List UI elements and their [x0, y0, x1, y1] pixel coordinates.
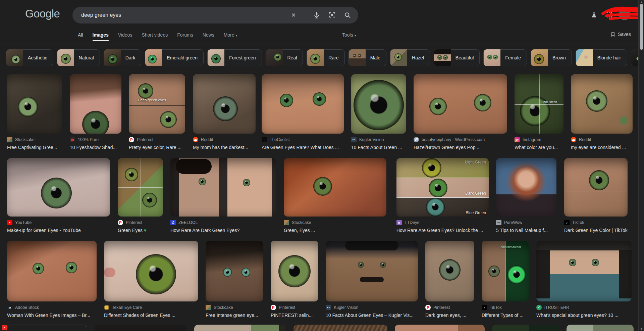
result-title[interactable]: Woman With Green Eyes Images – Br...: [7, 313, 97, 318]
result-title[interactable]: Free Captivating Gree...: [7, 145, 62, 150]
result-image[interactable]: [496, 158, 556, 217]
result-title[interactable]: PINTEREST: selin...: [271, 313, 318, 318]
result-source[interactable]: ◎Instagram: [515, 137, 564, 142]
result-source[interactable]: PPinterest: [129, 137, 185, 142]
result-source[interactable]: ♪TikTok: [564, 220, 628, 225]
result-image[interactable]: [571, 74, 633, 134]
result-title[interactable]: Dark Green Eye Color | TikTok: [564, 228, 628, 233]
result-image[interactable]: [118, 158, 163, 217]
result-source[interactable]: PPinterest: [118, 220, 163, 225]
result-title[interactable]: 10 Eyeshadow Shad...: [70, 145, 121, 150]
result-source[interactable]: ♪TikTok: [482, 305, 529, 310]
result-image[interactable]: [414, 74, 507, 134]
source-name: Pinterest: [433, 305, 450, 310]
result-card: StockcakeFree Intense green eye...: [206, 241, 263, 318]
result-card: Dark Green◎InstagramWhat color are you..…: [515, 74, 564, 150]
partial-result-card[interactable]: [293, 325, 387, 331]
result-image[interactable]: [326, 241, 418, 301]
result-image[interactable]: [271, 241, 318, 301]
result-title[interactable]: Free Intense green eye...: [206, 313, 263, 318]
result-source[interactable]: KVKugler Vision: [351, 137, 406, 142]
result-image[interactable]: [351, 74, 406, 134]
result-source[interactable]: Texan Eye Care: [104, 305, 198, 310]
partial-result-card[interactable]: [7, 325, 87, 331]
scroll-down-arrow[interactable]: ▼: [639, 327, 644, 331]
result-image[interactable]: Dark Green: [515, 74, 564, 134]
kugler-favicon: KV: [326, 305, 331, 310]
adobestock-favicon: St: [7, 305, 12, 310]
result-source[interactable]: Stockcake: [284, 220, 386, 225]
result-title[interactable]: What color are you...: [515, 145, 564, 150]
result-image[interactable]: [70, 74, 121, 134]
result-image[interactable]: [104, 241, 198, 301]
result-source[interactable]: Stockcake: [206, 305, 263, 310]
image-overlay-label: Dark Green: [541, 100, 557, 104]
collage-divider: [564, 191, 628, 191]
partial-result-card[interactable]: [395, 325, 485, 331]
result-title[interactable]: Green Eyes ♥: [118, 228, 163, 233]
result-title[interactable]: Dark green eyes, ...: [425, 313, 474, 318]
result-source[interactable]: Wbeautyepiphany - WordPress.com: [414, 137, 507, 142]
eye-iris: [439, 259, 461, 281]
result-title[interactable]: Pretty eyes color, Rare ...: [129, 145, 185, 150]
result-image[interactable]: [7, 74, 62, 134]
result-source[interactable]: KVKugler Vision: [326, 305, 418, 310]
result-source[interactable]: ▶YouTube: [7, 220, 110, 225]
partial-result-card[interactable]: [567, 325, 634, 331]
result-title[interactable]: Are Green Eyes Rare? What Does ...: [262, 145, 344, 150]
result-source[interactable]: ✓iTRUST EHR: [536, 305, 632, 310]
scrollbar-thumb[interactable]: [640, 4, 643, 50]
result-title[interactable]: Make-up for Green Eyes - YouTube: [7, 228, 110, 233]
result-title[interactable]: Green, Eyes ...: [284, 228, 386, 233]
result-image[interactable]: [206, 241, 263, 301]
result-title[interactable]: My mom has the darkest...: [193, 145, 256, 150]
result-source[interactable]: Reddit: [193, 137, 256, 142]
eye-iris: [199, 178, 206, 185]
result-image[interactable]: [7, 241, 97, 301]
scrollbar[interactable]: ▲ ▼: [638, 0, 644, 331]
result-source[interactable]: tdTTDeye: [396, 220, 489, 225]
result-source[interactable]: PPinterest: [271, 305, 318, 310]
result-title[interactable]: Different Types of ...: [482, 313, 529, 318]
result-source[interactable]: Reddit: [571, 137, 633, 142]
partial-result-card[interactable]: [194, 325, 285, 331]
result-title[interactable]: Hazel/Brown Green eyes Pop ...: [414, 145, 507, 150]
result-image[interactable]: [193, 74, 256, 134]
result-title[interactable]: 5 Tips to Nail Makeup f...: [496, 228, 556, 233]
result-meta: PPinterestDark green eyes, ...: [425, 305, 474, 318]
result-image[interactable]: [284, 158, 386, 217]
result-image[interactable]: emerald dream: [482, 241, 529, 301]
result-image[interactable]: Light GreenDark GreenBlue Green: [396, 158, 489, 217]
result-title[interactable]: 10 Facts About Green ...: [351, 145, 406, 150]
eye-iris: [142, 193, 157, 207]
result-image[interactable]: [170, 158, 276, 217]
result-meta: PWPureWow5 Tips to Nail Makeup f...: [496, 220, 556, 233]
result-image[interactable]: [564, 158, 628, 217]
result-image[interactable]: [7, 158, 110, 217]
result-source[interactable]: ZZEELOOL: [170, 220, 276, 225]
result-image[interactable]: [262, 74, 344, 134]
result-source[interactable]: PWPureWow: [496, 220, 556, 225]
result-source[interactable]: StAdobe Stock: [7, 305, 97, 310]
result-source[interactable]: Stockcake: [7, 137, 62, 142]
result-source[interactable]: ▬TheCoolist: [262, 137, 344, 142]
result-title[interactable]: Different Shades of Green Eyes ...: [104, 313, 198, 318]
result-meta: KVKugler Vision10 Facts About Green ...: [351, 137, 406, 150]
result-title[interactable]: How Rare Are Green Eyes? Unlock the ...: [396, 228, 489, 233]
result-card: Light GreenDark GreenBlue GreentdTTDeyeH…: [396, 158, 489, 233]
result-title[interactable]: What's special about green eyes? 10 ...: [536, 313, 632, 318]
result-meta: PPinterestPretty eyes color, Rare ...: [129, 137, 185, 150]
result-source[interactable]: PPinterest: [425, 305, 474, 310]
result-title[interactable]: How Rare Are Dark Green Eyes?: [170, 228, 276, 233]
image-detail: [176, 159, 212, 174]
eye-iris: [569, 259, 576, 266]
result-source[interactable]: 100% Pure: [70, 137, 121, 142]
result-title[interactable]: my eyes are considered ...: [571, 145, 633, 150]
result-image[interactable]: Deep green eyes: [129, 74, 185, 134]
result-title[interactable]: 10 Facts About Green Eyes – Kugler Vis..…: [326, 313, 418, 318]
result-image[interactable]: [536, 241, 632, 301]
partial-result-card[interactable]: [492, 325, 559, 331]
partial-result-card[interactable]: [95, 325, 186, 331]
result-image[interactable]: [425, 241, 474, 301]
scroll-up-arrow[interactable]: ▲: [639, 0, 644, 4]
